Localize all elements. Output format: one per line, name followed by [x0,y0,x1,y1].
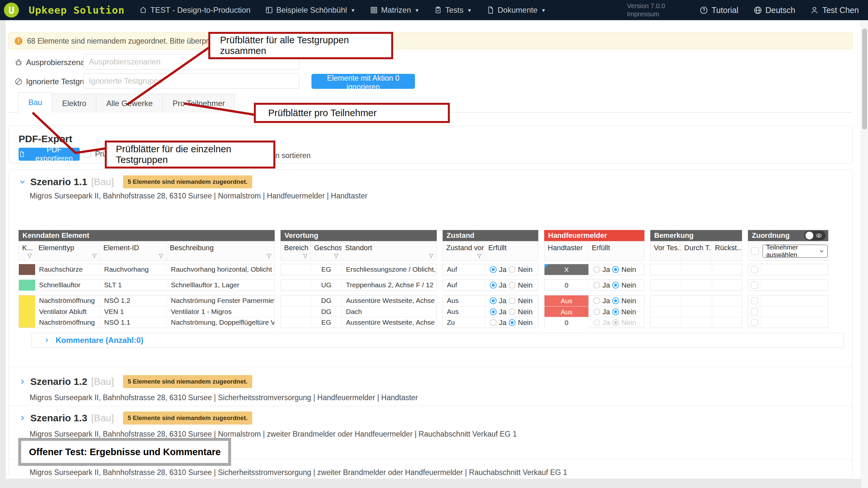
handtaster-cell[interactable]: 0 [545,317,588,328]
cell-rueckstellung[interactable] [712,280,742,291]
visibility-toggle[interactable] [804,231,826,240]
column-header[interactable]: Erfüllt [485,241,538,260]
filter-funnel-icon[interactable] [26,253,33,259]
cell-vor-test[interactable] [651,295,681,306]
cell-vor-test[interactable] [651,317,681,328]
comments-toggle[interactable]: Kommentare (Anzahl:0) [31,333,844,348]
assignment-checkbox[interactable] [751,308,758,315]
radio-nein[interactable] [612,319,619,326]
pdf-export-button[interactable]: PDF exportieren [19,148,80,161]
column-header[interactable]: Handtaster [545,241,588,260]
filter-funnel-icon[interactable] [158,253,164,259]
radio-nein[interactable] [509,266,516,273]
user-menu[interactable]: Test Chen [810,5,859,15]
column-header[interactable]: Durch T... [681,241,711,260]
radio-nein[interactable] [612,282,619,289]
filter-funnel-icon[interactable] [91,253,98,259]
radio-ja[interactable] [593,282,600,289]
impressum-link[interactable]: Impressum [627,10,665,18]
radio-ja[interactable] [593,319,600,326]
top-navbar: U Upkeep Solution TEST - Design-to-Produ… [0,0,868,20]
nav-item-dokumente[interactable]: Dokumente▼ [486,5,546,14]
radio-ja[interactable] [490,308,497,315]
column-header[interactable]: Elementtyp [35,241,100,260]
sort-checkbox[interactable] [84,150,91,158]
cell-vor-test[interactable] [651,264,681,275]
radio-nein[interactable] [509,282,516,289]
column-header[interactable]: Geschoss [311,241,342,260]
cell-vor-test[interactable] [651,306,681,317]
cell-zuordnung [761,317,828,328]
radio-ja[interactable] [490,282,497,289]
assignment-checkbox[interactable] [751,297,758,304]
column-header[interactable]: Erfüllt [588,241,644,260]
nav-item-matrizen[interactable]: Matrizen▼ [370,5,420,14]
cell-rueckstellung[interactable] [712,264,742,275]
assignment-checkbox[interactable] [751,319,758,326]
ignorierte-testgruppe-input[interactable] [83,73,300,89]
cell-durch-test[interactable] [681,306,712,317]
column-header[interactable]: Zustand vor ... [443,241,485,260]
radio-ja[interactable] [490,266,497,273]
erfuellt-radio-group: Ja Nein [485,280,538,291]
column-header[interactable]: K... [19,241,35,260]
handtaster-cell[interactable]: Aus [545,306,588,317]
cell-rueckstellung[interactable] [712,317,742,328]
assignment-checkbox[interactable] [751,282,758,289]
column-header[interactable]: Bereich [281,241,311,260]
cell-durch-test[interactable] [681,280,712,291]
radio-nein[interactable] [612,266,619,273]
scrollbar-thumb[interactable] [862,29,867,129]
nav-item-beispiele[interactable]: Beispiele Schönbühl▼ [265,5,355,14]
cell-rueckstellung[interactable] [712,295,742,306]
select-all-checkbox[interactable] [751,247,758,255]
tab-pro-teilnehmer[interactable]: Pro Teilnehmer [162,94,235,112]
radio-ja[interactable] [490,297,497,304]
nav-item-tests[interactable]: Tests▼ [434,5,472,14]
radio-ja[interactable] [593,297,600,304]
filter-funnel-icon[interactable] [302,253,309,259]
eye-icon [815,232,823,239]
scenario-1-1-header[interactable]: Szenario 1.1 [Bau] 5 Elemente sind niema… [19,175,252,188]
cell-rueckstellung[interactable] [712,306,742,317]
radio-ja[interactable] [593,308,600,315]
filter-funnel-icon[interactable] [476,253,483,259]
radio-nein[interactable] [612,308,619,315]
scenario-title: Szenario 1.2 [30,376,87,387]
table-row: EG Aussentüre Westseite, Achse H... [281,317,436,328]
cell-vor-test[interactable] [651,280,681,291]
filter-funnel-icon[interactable] [333,253,339,259]
brand-title: Upkeep Solution [29,4,125,16]
column-header[interactable]: Standort [342,241,436,260]
radio-nein[interactable] [612,297,619,304]
radio-nein[interactable] [509,319,516,326]
tab-alle-gewerke[interactable]: Alle Gewerke [96,94,162,112]
radio-nein[interactable] [509,297,516,304]
handtaster-cell[interactable]: Aus [545,295,588,306]
scenario-1-2-header[interactable]: Szenario 1.2 [Bau] 5 Elemente sind niema… [19,375,252,388]
cell-durch-test[interactable] [681,295,712,306]
radio-ja[interactable] [593,266,600,273]
column-header[interactable]: Rückst... [712,241,742,260]
scenario-1-3-header[interactable]: Szenario 1.3 [Bau] 5 Elemente sind niema… [19,412,252,425]
filter-funnel-icon[interactable] [428,253,434,259]
radio-nein[interactable] [509,308,516,315]
ignore-action-button[interactable]: Elemente mit Aktion 0 ignorieren [311,74,415,89]
column-header[interactable]: Vor Tes... [651,241,681,260]
tutorial-button[interactable]: Tutorial [700,5,738,15]
handtaster-cell[interactable]: 0 [545,280,588,291]
tab-bau[interactable]: Bau [18,92,53,112]
assignment-checkbox[interactable] [751,266,758,273]
column-group-header: Bemerkung [650,230,742,241]
teilnehmer-select[interactable]: Teilnehmer auswählen [763,245,828,258]
column-header[interactable]: Beschreibung [167,241,274,260]
cell-durch-test[interactable] [681,264,712,275]
handtaster-cell[interactable]: X [545,264,588,275]
radio-ja[interactable] [490,319,497,326]
nav-item-test-design-to-production[interactable]: TEST - Design-to-Production [139,5,251,14]
column-header[interactable]: Element-ID [100,241,166,260]
tab-elektro[interactable]: Elektro [53,94,96,112]
cell-durch-test[interactable] [681,317,712,328]
language-switcher[interactable]: Deutsch [753,5,796,15]
filter-funnel-icon[interactable] [266,253,272,259]
